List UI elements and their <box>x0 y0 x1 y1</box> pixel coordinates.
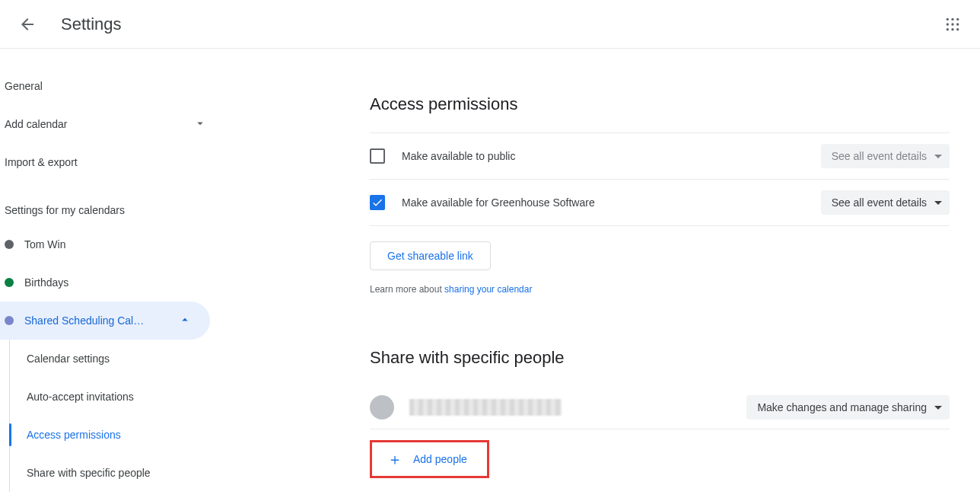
sharing-help-link[interactable]: sharing your calendar <box>444 284 532 295</box>
dropdown-person-permission[interactable]: Make changes and manage sharing <box>746 395 950 420</box>
calendar-color-dot <box>5 278 14 287</box>
perm-label-org: Make available for Greenhouse Software <box>402 196 595 209</box>
apps-grid-icon <box>945 17 960 32</box>
calendar-row-birthdays[interactable]: Birthdays <box>0 263 210 302</box>
calendar-row-shared-scheduling[interactable]: Shared Scheduling Cal… <box>0 302 210 340</box>
get-shareable-link-button[interactable]: Get shareable link <box>370 241 491 270</box>
sub-nav-auto-accept[interactable]: Auto-accept invitations <box>10 378 225 416</box>
dropdown-org-visibility[interactable]: See all event details <box>821 190 950 215</box>
access-hint: Learn more about sharing your calendar <box>370 284 950 295</box>
app-header: Settings <box>0 0 980 49</box>
perm-row-public: Make available to public See all event d… <box>370 132 950 180</box>
share-person-row: Make changes and manage sharing <box>370 386 950 429</box>
perm-label-public: Make available to public <box>402 150 515 162</box>
sub-nav-calendar-settings[interactable]: Calendar settings <box>10 340 225 378</box>
section-title-share-people: Share with specific people <box>370 348 950 368</box>
sidebar-item-import-export[interactable]: Import & export <box>0 143 225 181</box>
calendar-row-tom-win[interactable]: Tom Win <box>0 225 210 263</box>
calendar-color-dot <box>5 240 14 249</box>
svg-point-6 <box>947 28 949 30</box>
svg-point-3 <box>947 23 949 25</box>
sub-nav-access-permissions[interactable]: Access permissions <box>10 416 225 454</box>
svg-point-4 <box>951 23 953 25</box>
redacted-email <box>409 399 562 416</box>
checkbox-org[interactable] <box>370 195 385 210</box>
dropdown-public-visibility[interactable]: See all event details <box>821 144 950 168</box>
svg-point-8 <box>956 28 959 30</box>
svg-point-0 <box>947 18 949 20</box>
back-button[interactable] <box>12 9 43 40</box>
google-apps-button[interactable] <box>937 9 968 40</box>
section-title-access-permissions: Access permissions <box>370 94 950 114</box>
svg-point-5 <box>956 23 959 25</box>
dropdown-arrow-icon <box>934 155 942 158</box>
sidebar-item-add-calendar[interactable]: Add calendar <box>0 105 225 143</box>
svg-point-1 <box>951 18 953 20</box>
perm-row-org: Make available for Greenhouse Software S… <box>370 180 950 226</box>
chevron-up-icon <box>178 313 192 329</box>
sidebar-item-general[interactable]: General <box>0 67 225 105</box>
checkbox-public[interactable] <box>370 148 385 164</box>
svg-point-2 <box>956 18 959 20</box>
calendar-sub-nav: Calendar settings Auto-accept invitation… <box>9 340 225 492</box>
svg-point-7 <box>951 28 953 30</box>
add-people-highlight: ＋ Add people <box>370 440 489 478</box>
page-title: Settings <box>61 14 122 34</box>
calendar-color-dot <box>5 316 14 325</box>
plus-icon: ＋ <box>387 452 402 467</box>
sub-nav-share-specific[interactable]: Share with specific people <box>10 454 225 492</box>
arrow-left-icon <box>18 15 37 34</box>
chevron-down-icon <box>193 116 207 132</box>
dropdown-arrow-icon <box>934 406 942 410</box>
checkmark-icon <box>371 196 383 209</box>
dropdown-arrow-icon <box>934 201 942 205</box>
avatar <box>370 395 394 420</box>
settings-sidebar: General Add calendar Import & export Set… <box>0 49 225 501</box>
add-people-button[interactable]: ＋ Add people <box>374 444 485 474</box>
sidebar-section-my-calendars: Settings for my calendars <box>0 181 225 225</box>
main-content: Access permissions Make available to pub… <box>225 49 980 501</box>
